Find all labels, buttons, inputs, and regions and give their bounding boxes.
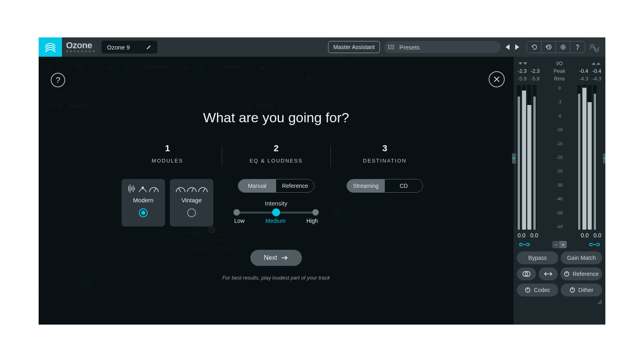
step-modules: 1 MODULES Modern [113, 143, 222, 226]
dest-cd-button[interactable]: CD [385, 179, 423, 192]
undo-button[interactable] [527, 41, 541, 53]
brand-logo [39, 37, 62, 57]
input-link-icon[interactable] [519, 242, 530, 247]
reference-button[interactable]: Reference [560, 267, 602, 280]
header: Ozone ADVANCED Ozone 9 Master Assistant … [39, 37, 605, 57]
dest-streaming-button[interactable]: Streaming [347, 179, 385, 192]
reference-label: Reference [573, 271, 599, 277]
codec-button[interactable]: Codec [517, 284, 558, 296]
history-button[interactable] [541, 41, 556, 53]
out-gain-r: 0.0 [594, 232, 601, 239]
step-number: 3 [382, 143, 387, 154]
body: EQ✕ Dynamics✕ Imager✕ + ⟲⊕Analog▾ ◎Stere… [39, 57, 605, 325]
radio-vintage[interactable] [187, 208, 196, 217]
intensity-high-dot[interactable] [312, 209, 319, 216]
brand-subtitle: ADVANCED [66, 50, 97, 53]
destination-toggle: Streaming CD [347, 179, 423, 193]
dither-button[interactable]: Dither [561, 284, 602, 296]
svg-point-3 [388, 45, 389, 46]
overlay-help-button[interactable]: ? [51, 73, 65, 87]
out-rms-r: -4.3 [592, 76, 601, 82]
power-icon [564, 271, 570, 277]
overlay-close-button[interactable] [489, 71, 505, 87]
next-button[interactable]: Next [250, 250, 302, 266]
in-gain-r: 0.0 [530, 232, 538, 239]
vintage-icon [175, 184, 208, 193]
step-label: MODULES [152, 158, 183, 164]
steps: 1 MODULES Modern [39, 143, 514, 226]
input-meter[interactable] [517, 85, 542, 230]
peak-label: Peak [550, 68, 569, 74]
power-icon [525, 287, 530, 293]
io-sidebar: I/O -2.3-2.3 Peak -0.4-0.4 -5.9-5.9 Rms … [514, 57, 605, 325]
input-collapse-icon[interactable] [518, 62, 527, 65]
app-window: Ozone ADVANCED Ozone 9 Master Assistant … [39, 37, 605, 325]
in-peak-r: -2.3 [530, 68, 539, 74]
output-collapse-icon[interactable] [592, 62, 601, 65]
io-label: I/O [527, 61, 592, 66]
eq-manual-button[interactable]: Manual [238, 179, 276, 192]
intensity-low-label: Low [234, 218, 245, 224]
bypass-button[interactable]: Bypass [517, 251, 558, 264]
list-icon [388, 45, 394, 49]
module-modern-card[interactable]: Modern [122, 179, 165, 226]
level-meters: 0-3-6 -10-15-20 -25-30-40 -50-inf [517, 85, 602, 230]
swirl-icon [43, 40, 57, 54]
output-meter[interactable] [577, 85, 602, 230]
out-peak-r: -0.4 [592, 68, 601, 74]
in-rms-r: -5.9 [530, 76, 539, 82]
stereo-icon [522, 271, 530, 277]
card-label: Vintage [182, 197, 202, 204]
master-assistant-button[interactable]: Master Assistant [328, 41, 380, 53]
intensity-slider[interactable]: Low Medium High [234, 212, 318, 224]
rms-label: Rms [550, 76, 569, 82]
step-number: 1 [165, 143, 170, 154]
svg-point-22 [142, 187, 144, 188]
overlay-title: What are you going for? [39, 110, 514, 125]
wave-icon[interactable] [589, 42, 600, 52]
presets-dropdown[interactable]: Presets [384, 41, 501, 53]
intensity-medium-label: Medium [266, 218, 286, 224]
brand: Ozone ADVANCED [66, 41, 97, 53]
output-gain-slider[interactable] [603, 153, 605, 164]
stereo-mode-button[interactable] [517, 267, 536, 280]
step-number: 2 [274, 143, 279, 154]
resize-handle-icon[interactable] [597, 299, 602, 304]
output-link-icon[interactable] [589, 242, 600, 247]
modern-icon [126, 184, 160, 193]
preset-name: Ozone 9 [107, 44, 130, 51]
help-button[interactable] [570, 41, 585, 53]
preset-prev-button[interactable] [506, 44, 510, 50]
settings-button[interactable] [556, 41, 570, 53]
intensity-medium-dot[interactable] [272, 208, 280, 216]
main-area: EQ✕ Dynamics✕ Imager✕ + ⟲⊕Analog▾ ◎Stere… [39, 57, 514, 325]
preset-next-button[interactable] [515, 44, 519, 50]
svg-point-4 [388, 47, 389, 47]
swap-channels-button[interactable] [539, 267, 558, 280]
step-eq-loudness: 2 EQ & LOUDNESS Manual Reference Intensi… [222, 143, 330, 226]
step-destination: 3 DESTINATION Streaming CD [330, 143, 439, 226]
out-peak-l: -0.4 [579, 68, 588, 74]
in-rms-l: -5.9 [518, 76, 526, 82]
step-label: EQ & LOUDNESS [250, 158, 303, 164]
close-icon [493, 76, 500, 83]
step-label: DESTINATION [363, 158, 407, 164]
gain-match-button[interactable]: Gain Match [561, 251, 602, 264]
power-icon [570, 287, 575, 293]
svg-point-7 [562, 46, 564, 48]
module-vintage-card[interactable]: Vintage [170, 179, 213, 226]
radio-modern[interactable] [139, 208, 148, 217]
svg-line-23 [154, 188, 157, 192]
brand-name: Ozone [66, 41, 97, 50]
master-assistant-label: Master Assistant [333, 44, 375, 50]
svg-line-26 [203, 189, 206, 192]
svg-line-25 [192, 188, 194, 192]
input-gain-slider[interactable] [512, 153, 516, 164]
eq-reference-button[interactable]: Reference [276, 179, 314, 192]
intensity-label: Intensity [265, 200, 287, 207]
gain-stepper[interactable]: −+ [552, 241, 567, 248]
preset-chip[interactable]: Ozone 9 [101, 41, 157, 53]
svg-line-24 [179, 188, 181, 192]
intensity-low-dot[interactable] [233, 209, 240, 216]
presets-label: Presets [399, 44, 420, 51]
